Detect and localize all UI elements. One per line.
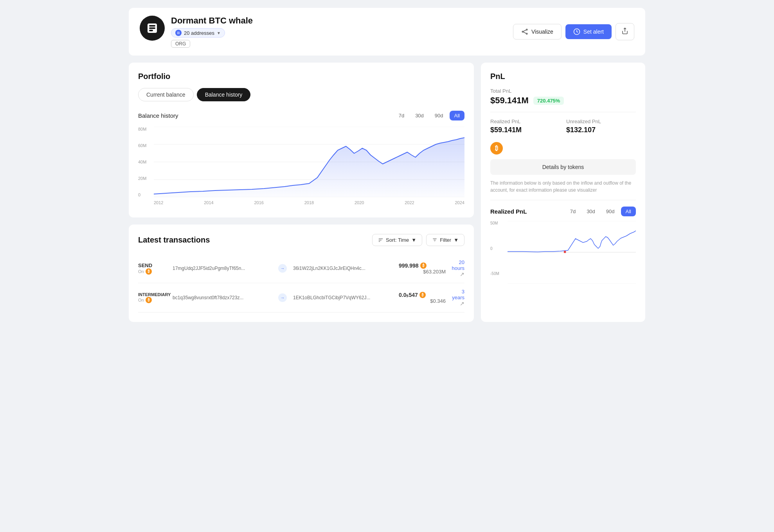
pnl-filter-30d[interactable]: 30d [582, 207, 600, 216]
transactions-header: Latest transactions Sort: Time ▼ [138, 234, 464, 246]
realized-pnl-col: Realized PnL $59.141M [490, 119, 560, 134]
visualize-button[interactable]: Visualize [513, 24, 562, 40]
total-pnl-section: Total PnL $59.141M 720.475% [490, 88, 636, 106]
tx-to-addr: 36i1W22jLn2KK1GJcJirEiQHn4c... [293, 266, 396, 271]
details-by-tokens-button[interactable]: Details by tokens [490, 159, 636, 175]
share-icon [621, 27, 628, 34]
tx-time-col-2: 3 years ↗ [449, 289, 464, 307]
sort-icon [378, 237, 383, 243]
tx-from-addr: 17mgUdq2JJF5id2uPgm8yTf65n... [173, 266, 275, 271]
pnl-filter-90d[interactable]: 90d [601, 207, 619, 216]
btc-icon-3: ₿ [146, 297, 152, 303]
tx-from-col: 17mgUdq2JJF5id2uPgm8yTf65n... [173, 266, 275, 271]
tab-balance-history[interactable]: Balance history [197, 88, 251, 101]
tx-on-label: On ₿ [138, 268, 169, 275]
pnl-chart-y-axis: 50M 0 -50M [490, 221, 506, 276]
set-alert-button[interactable]: Set alert [565, 24, 612, 39]
svg-point-4 [522, 31, 523, 32]
filter-icon [432, 237, 437, 243]
portfolio-card: Portfolio Current balance Balance histor… [129, 63, 474, 217]
total-pnl-badge: 720.475% [533, 97, 564, 105]
filter-button[interactable]: Filter ▼ [426, 234, 464, 246]
filter-7d[interactable]: 7d [394, 111, 409, 120]
table-row: INTERMEDIARY On ₿ bc1q35wg8vunsrxt0ft78d… [138, 283, 464, 313]
tx-amount-col-2: 0.0₅547 ₿ $0.346 [399, 292, 446, 304]
tx-usd-value-2: $0.346 [399, 298, 446, 304]
entity-title: Dormant BTC whale [171, 16, 253, 26]
pnl-time-filter-group: 7d 30d 90d All [565, 207, 636, 216]
pnl-badge-row: $59.141M 720.475% [490, 95, 636, 106]
tx-arrow-icon-2: → [278, 293, 287, 302]
svg-line-8 [523, 32, 526, 34]
tx-time-col: 20 hours ↗ [449, 259, 464, 277]
btc-token-icon: ₿ [490, 142, 503, 155]
chart-header: Balance history 7d 30d 90d All [138, 111, 464, 120]
tx-amount-col: 999.998 ₿ $63.203M [399, 262, 446, 275]
chart-title: Balance history [138, 112, 178, 119]
tx-amount-value: 999.998 [399, 262, 419, 269]
addresses-badge[interactable]: ⊞ 20 addresses ▼ [171, 28, 225, 38]
alert-icon [573, 28, 580, 35]
chart-x-axis: 2012 2014 2016 2018 2020 2022 2024 [154, 200, 464, 205]
portfolio-tabs: Current balance Balance history [138, 88, 464, 101]
unrealized-pnl-amount: $132.107 [566, 126, 636, 134]
btc-icon-4: ₿ [419, 292, 426, 298]
filter-30d[interactable]: 30d [410, 111, 428, 120]
tab-current-balance[interactable]: Current balance [138, 88, 194, 101]
tx-external-link-icon[interactable]: ↗ [449, 271, 464, 277]
tx-to-addr-2: 1EK1oBLGhcbiTGCibjP7VqWY62J... [293, 295, 396, 300]
header-actions: Visualize Set alert [513, 23, 634, 40]
addr-icon: ⊞ [175, 30, 182, 36]
pnl-chart-svg-area [508, 221, 636, 284]
tx-to-col: 36i1W22jLn2KK1GJcJirEiQHn4c... [293, 266, 396, 271]
svg-rect-3 [149, 30, 153, 31]
filter-chevron-icon: ▼ [454, 237, 459, 243]
tx-type-col-2: INTERMEDIARY On ₿ [138, 292, 169, 303]
chart-y-axis: 80M 60M 40M 20M 0 [138, 127, 152, 197]
svg-point-5 [526, 29, 527, 30]
share-button[interactable] [616, 23, 634, 40]
tx-from-addr-2: bc1q35wg8vunsrxt0ft78dzx723z... [173, 295, 275, 300]
tx-external-link-icon-2[interactable]: ↗ [449, 300, 464, 307]
realized-pnl-amount: $59.141M [490, 126, 560, 134]
header-info: Dormant BTC whale ⊞ 20 addresses ▼ ORG [171, 16, 253, 48]
realized-pnl-label: Realized PnL [490, 119, 560, 124]
sort-button[interactable]: Sort: Time ▼ [372, 234, 422, 246]
btc-icon: ₿ [146, 268, 152, 275]
portfolio-title: Portfolio [138, 72, 464, 81]
pnl-info-text: The information below is only based on t… [490, 180, 636, 194]
chart-svg-area [154, 127, 464, 197]
svg-rect-2 [149, 27, 155, 29]
divider-1 [490, 112, 636, 112]
main-content: Portfolio Current balance Balance histor… [129, 63, 645, 322]
table-row: SEND On ₿ 17mgUdq2JJF5id2uPgm8yTf65n... … [138, 254, 464, 283]
visualize-label: Visualize [531, 29, 553, 35]
balance-chart-svg [154, 127, 464, 197]
tx-to-col-2: 1EK1oBLGhcbiTGCibjP7VqWY62J... [293, 295, 396, 300]
pnl-filter-7d[interactable]: 7d [565, 207, 580, 216]
unrealized-pnl-label: Unrealized PnL [566, 119, 636, 124]
realized-section-label: Realized PnL [490, 208, 527, 215]
time-filter-group: 7d 30d 90d All [394, 111, 464, 120]
unrealized-pnl-col: Unrealized PnL $132.107 [566, 119, 636, 134]
tx-on-label-2: On ₿ [138, 297, 169, 303]
addresses-label: 20 addresses [184, 30, 214, 36]
transactions-card: Latest transactions Sort: Time ▼ [129, 225, 474, 322]
tx-type-col: SEND On ₿ [138, 262, 169, 275]
total-pnl-label: Total PnL [490, 88, 636, 94]
filter-label: Filter [440, 237, 451, 243]
filter-all[interactable]: All [450, 111, 464, 120]
svg-point-25 [564, 251, 566, 253]
svg-rect-1 [149, 25, 155, 27]
filter-90d[interactable]: 90d [430, 111, 448, 120]
org-tag: ORG [171, 40, 190, 48]
header-card: Dormant BTC whale ⊞ 20 addresses ▼ ORG V… [129, 8, 645, 56]
pnl-filter-all[interactable]: All [621, 207, 636, 216]
tx-arrow-icon: → [278, 264, 287, 273]
pnl-card: PnL Total PnL $59.141M 720.475% Realized… [481, 63, 645, 322]
tx-time-label-2: 3 years [449, 289, 464, 300]
pnl-two-col: Realized PnL $59.141M Unrealized PnL $13… [490, 119, 636, 134]
sort-chevron-icon: ▼ [411, 237, 416, 243]
svg-line-7 [523, 30, 526, 32]
pnl-title: PnL [490, 72, 636, 81]
